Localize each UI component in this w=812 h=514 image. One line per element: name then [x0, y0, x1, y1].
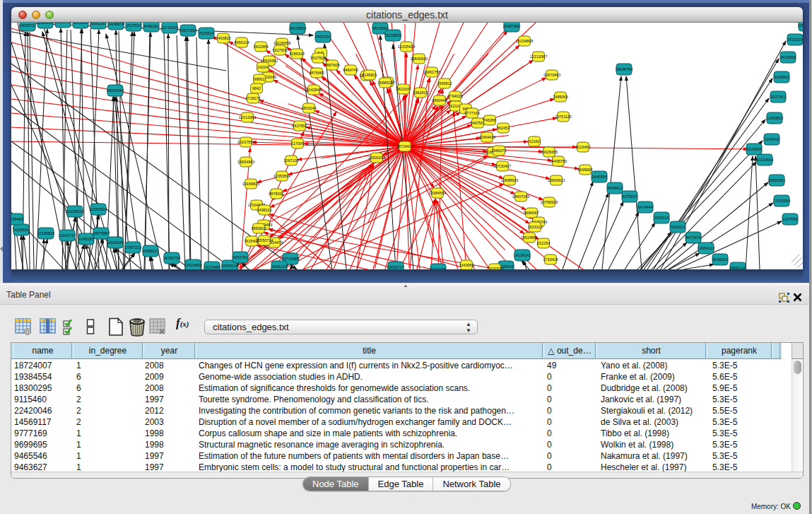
svg-text:15692951: 15692951 [768, 178, 785, 182]
svg-text:17957223: 17957223 [124, 245, 141, 250]
svg-text:10973493: 10973493 [543, 73, 560, 77]
svg-text:8990448: 8990448 [432, 98, 447, 103]
svg-text:14335001: 14335001 [13, 228, 30, 232]
svg-text:8186328: 8186328 [289, 52, 304, 56]
svg-text:18407249: 18407249 [512, 194, 529, 199]
svg-text:62160: 62160 [529, 139, 539, 144]
svg-text:16552267: 16552267 [90, 23, 107, 25]
svg-text:152254: 152254 [537, 241, 550, 245]
svg-text:12942737: 12942737 [59, 233, 76, 238]
svg-text:16961758: 16961758 [423, 70, 440, 74]
svg-text:9777169: 9777169 [464, 111, 479, 115]
svg-text:14055721: 14055721 [19, 23, 36, 28]
svg-text:2946120: 2946120 [271, 264, 286, 269]
svg-text:362451: 362451 [497, 126, 510, 130]
svg-text:10720407: 10720407 [494, 164, 511, 168]
svg-text:12213367: 12213367 [530, 54, 547, 59]
svg-text:98901: 98901 [254, 77, 264, 81]
svg-text:7463822: 7463822 [216, 36, 230, 40]
svg-text:4158480: 4158480 [11, 217, 23, 221]
svg-text:9227342: 9227342 [770, 95, 785, 99]
svg-text:10210643: 10210643 [756, 158, 773, 162]
svg-text:19218506: 19218506 [384, 33, 401, 37]
svg-text:14136141: 14136141 [514, 253, 531, 257]
svg-text:1822037: 1822037 [396, 87, 411, 91]
svg-text:1145193: 1145193 [78, 237, 93, 241]
svg-text:3883910: 3883910 [251, 226, 266, 230]
svg-text:7515524: 7515524 [199, 31, 213, 35]
svg-text:1527602: 1527602 [126, 23, 141, 28]
svg-text:9242848: 9242848 [306, 88, 321, 92]
svg-text:20364436: 20364436 [478, 135, 495, 139]
svg-text:15716485: 15716485 [282, 257, 299, 261]
svg-text:11866024: 11866024 [37, 23, 54, 25]
svg-text:8699695: 8699695 [577, 168, 592, 172]
svg-text:9684067: 9684067 [524, 211, 539, 215]
svg-text:12213363: 12213363 [239, 115, 256, 119]
svg-text:6061658: 6061658 [73, 23, 88, 25]
svg-text:16782759: 16782759 [163, 256, 180, 260]
svg-text:8454749: 8454749 [343, 68, 358, 72]
svg-text:10688609: 10688609 [501, 178, 518, 182]
svg-text:9327503: 9327503 [272, 48, 287, 52]
svg-text:19384554: 19384554 [429, 191, 446, 195]
svg-text:13226058: 13226058 [273, 41, 290, 45]
svg-text:13640910: 13640910 [411, 57, 428, 61]
svg-text:19166825: 19166825 [242, 182, 259, 186]
svg-text:14248078: 14248078 [107, 23, 124, 26]
svg-text:16648784: 16648784 [616, 67, 632, 71]
svg-text:12923465: 12923465 [184, 263, 201, 267]
svg-text:1244419: 1244419 [764, 137, 779, 141]
svg-text:20691406: 20691406 [54, 23, 71, 24]
svg-text:13270483: 13270483 [204, 265, 220, 269]
svg-text:13524851: 13524851 [521, 235, 538, 240]
svg-text:13654923: 13654923 [548, 178, 565, 182]
svg-text:12156829: 12156829 [37, 231, 54, 235]
svg-text:19654983: 19654983 [237, 160, 254, 164]
svg-text:9115460: 9115460 [575, 145, 590, 149]
svg-text:12353924: 12353924 [90, 207, 107, 211]
svg-text:24204: 24204 [257, 65, 268, 69]
svg-text:1615112: 1615112 [527, 225, 542, 229]
svg-text:1588520: 1588520 [377, 81, 392, 85]
svg-text:6379197: 6379197 [622, 194, 637, 199]
svg-text:12093822: 12093822 [766, 116, 783, 120]
svg-text:8215955: 8215955 [746, 147, 761, 151]
svg-text:746266: 746266 [483, 118, 496, 122]
svg-text:1362615: 1362615 [413, 90, 428, 95]
svg-text:3912954: 3912954 [253, 45, 268, 49]
svg-text:23975887: 23975887 [93, 231, 110, 235]
svg-text:8360124: 8360124 [234, 40, 249, 45]
svg-text:15550734: 15550734 [256, 238, 273, 243]
svg-text:17010504: 17010504 [773, 199, 790, 203]
svg-text:2718176: 2718176 [245, 96, 260, 100]
svg-text:2935114: 2935114 [654, 216, 669, 220]
svg-text:16671355: 16671355 [180, 28, 196, 33]
svg-text:18026717: 18026717 [387, 265, 404, 269]
svg-text:18724007: 18724007 [396, 144, 413, 148]
svg-text:3430558: 3430558 [780, 55, 795, 59]
svg-text:6466160: 6466160 [143, 24, 158, 28]
svg-text:8427552: 8427552 [292, 124, 307, 128]
svg-text:6794023: 6794023 [447, 94, 462, 98]
svg-text:12353594: 12353594 [273, 174, 290, 178]
svg-text:12325419: 12325419 [398, 45, 415, 49]
svg-text:2867608: 2867608 [324, 63, 339, 67]
svg-text:7955812: 7955812 [437, 81, 452, 86]
svg-text:10107553: 10107553 [237, 140, 254, 144]
svg-text:9245032: 9245032 [712, 257, 727, 262]
svg-text:8813054: 8813054 [372, 26, 387, 30]
svg-text:10958117: 10958117 [142, 249, 159, 253]
svg-text:3267130: 3267130 [283, 158, 298, 163]
svg-text:9842: 9842 [252, 86, 261, 90]
svg-text:7632021: 7632021 [670, 225, 685, 229]
svg-text:16033809: 16033809 [289, 26, 306, 30]
svg-text:20387682: 20387682 [503, 24, 520, 28]
svg-text:20756928: 20756928 [541, 200, 558, 204]
svg-text:13751115: 13751115 [555, 115, 572, 119]
svg-text:10654122: 10654122 [698, 246, 714, 250]
svg-text:26053346: 26053346 [107, 88, 124, 93]
svg-text:18300295: 18300295 [368, 156, 385, 160]
svg-text:7857224: 7857224 [315, 35, 330, 39]
svg-text:3875685: 3875685 [309, 71, 324, 75]
